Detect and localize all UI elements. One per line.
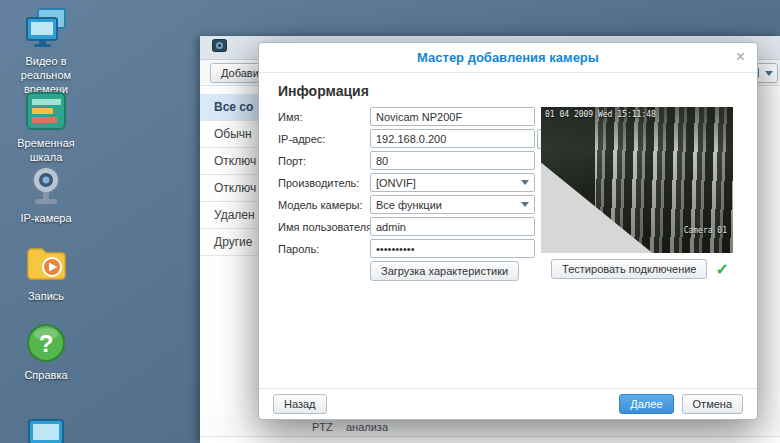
desktop-item-label: Запись [0, 290, 92, 304]
ip-row: IP-адрес: [278, 129, 578, 148]
test-connection-row: Тестировать подключение ✓ [537, 259, 743, 279]
camera-form: Имя: IP-адрес: Порт: Производитель: [278, 107, 578, 281]
model-value: Все функции [376, 199, 442, 211]
screen: Видео в реальном времени Временная шкала… [0, 0, 780, 443]
name-row: Имя: [278, 107, 578, 126]
cancel-button[interactable]: Отмена [682, 394, 743, 414]
preview-camera-name: Camera 01 [684, 226, 727, 235]
ip-label: IP-адрес: [278, 133, 370, 145]
chevron-down-icon [521, 180, 529, 185]
svg-text:?: ? [39, 330, 54, 357]
dialog-title: Мастер добавления камеры [259, 43, 757, 73]
camera-wizard-dialog: Мастер добавления камеры × Информация Им… [258, 42, 758, 420]
success-check-icon: ✓ [715, 260, 728, 279]
chevron-down-icon [521, 202, 529, 207]
desktop-item-label: IP-камера [0, 212, 92, 226]
username-row: Имя пользователя: [278, 217, 578, 236]
close-icon[interactable]: × [736, 43, 745, 73]
desktop-item-live-view[interactable]: Видео в реальном времени [0, 6, 92, 96]
chevron-down-icon [765, 71, 773, 76]
test-connection-button[interactable]: Тестировать подключение [551, 259, 707, 279]
desktop-item-timeline[interactable]: Временная шкала [0, 88, 92, 165]
live-view-icon [23, 6, 69, 52]
model-row: Модель камеры: Все функции [278, 195, 578, 214]
port-input[interactable] [370, 151, 535, 170]
model-label: Модель камеры: [278, 199, 370, 211]
username-input[interactable] [370, 217, 535, 236]
timeline-icon [23, 88, 69, 134]
ip-input[interactable] [370, 129, 535, 148]
load-specs-button[interactable]: Загрузка характеристики [370, 261, 519, 281]
camera-preview: 01 04 2009 Wed 15:11:48 Camera 01 [541, 107, 733, 253]
recording-icon [23, 241, 69, 287]
desktop-item-partial[interactable] [0, 416, 92, 443]
model-select[interactable]: Все функции [370, 195, 535, 214]
monitor-icon [23, 416, 69, 443]
password-row: Пароль: [278, 239, 578, 258]
preview-timestamp: 01 04 2009 Wed 15:11:48 [545, 110, 656, 119]
password-input[interactable] [370, 239, 535, 258]
next-button[interactable]: Далее [619, 394, 673, 414]
dialog-header: Мастер добавления камеры × [259, 43, 757, 73]
ip-camera-icon [23, 163, 69, 209]
desktop-item-label: Временная шкала [0, 137, 92, 165]
vendor-value: [ONVIF] [376, 177, 416, 189]
vendor-label: Производитель: [278, 177, 370, 189]
column-ptz[interactable]: PTZ [312, 421, 333, 433]
section-title: Информация [278, 83, 369, 99]
vendor-select[interactable]: [ONVIF] [370, 173, 535, 192]
port-row: Порт: [278, 151, 578, 170]
surveillance-window-icon [212, 38, 227, 57]
back-button[interactable]: Назад [273, 394, 327, 414]
desktop-item-label: Справка [0, 369, 92, 383]
help-icon: ? [23, 320, 69, 366]
username-label: Имя пользователя: [278, 221, 370, 233]
vendor-row: Производитель: [ONVIF] [278, 173, 578, 192]
dialog-footer: Назад Далее Отмена [259, 388, 757, 419]
name-label: Имя: [278, 111, 370, 123]
desktop-item-ip-camera[interactable]: IP-камера [0, 163, 92, 226]
port-label: Порт: [278, 155, 370, 167]
desktop-item-recording[interactable]: Запись [0, 241, 92, 304]
column-analysis[interactable]: анализа [346, 421, 388, 433]
name-input[interactable] [370, 107, 535, 126]
desktop-item-help[interactable]: ? Справка [0, 320, 92, 383]
password-label: Пароль: [278, 243, 370, 255]
